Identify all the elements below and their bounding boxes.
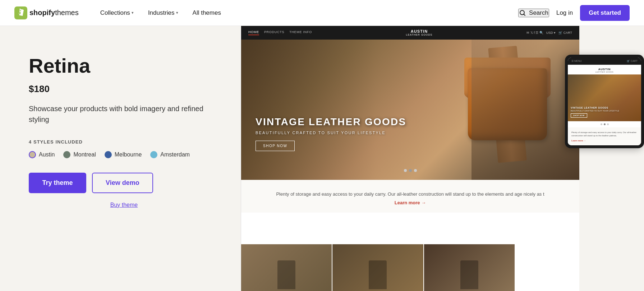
main-nav: shopifythemes Collections ▾ Industries ▾… <box>0 0 644 26</box>
mobile-menu-icon: ☰ MENU <box>571 60 582 63</box>
preview-learn-more[interactable]: Learn more → <box>256 200 565 205</box>
preview-social-icons: ✉ 𝕏 f ☰ 🔍 <box>526 31 543 35</box>
chevron-down-icon: ▾ <box>132 10 134 15</box>
mobile-learn-more[interactable]: Learn more → <box>571 140 638 142</box>
style-dot-austin <box>29 151 36 158</box>
get-started-button[interactable]: Get started <box>580 5 630 21</box>
preview-nav-icons: ✉ 𝕏 f ☰ 🔍 USD ▾ 🛒 CART <box>526 31 572 35</box>
dot-3 <box>414 169 417 172</box>
thumb-1 <box>241 244 332 291</box>
preview-brand: AUSTIN LEATHER GOODS <box>406 29 432 36</box>
mobile-screen: ☰ MENU 🛒 CART AUSTIN LEATHER GOODS VINTA… <box>568 58 641 145</box>
right-panel: HOME PRODUCTS THEME INFO AUSTIN LEATHER … <box>241 26 644 291</box>
style-amsterdam[interactable]: Amsterdam <box>150 151 190 158</box>
style-melbourne-label: Melbourne <box>115 151 142 158</box>
main-content: Retina $180 Showcase your products with … <box>0 26 644 291</box>
preview-nav-products: PRODUCTS <box>264 30 284 35</box>
nav-industries[interactable]: Industries ▾ <box>141 0 185 26</box>
thumb-person-1 <box>241 244 332 291</box>
style-austin[interactable]: Austin <box>29 151 55 158</box>
mobile-dot-2 <box>604 123 606 125</box>
preview-nav-links: HOME PRODUCTS THEME INFO <box>248 30 312 35</box>
preview-hero-sub: BEAUTIFULLY CRAFTED TO SUIT YOUR LIFESTY… <box>256 131 406 135</box>
mobile-hero: VINTAGE LEATHER GOODS BEAUTIFULLY CRAFTE… <box>568 74 641 121</box>
preview-container: HOME PRODUCTS THEME INFO AUSTIN LEATHER … <box>241 26 644 291</box>
theme-price: $180 <box>29 83 219 95</box>
thumb-figure-2 <box>369 260 387 289</box>
style-melbourne[interactable]: Melbourne <box>105 151 142 158</box>
style-dot-amsterdam <box>150 151 157 158</box>
theme-description: Showcase your products with bold imagery… <box>29 103 216 125</box>
preview-nav-themeinfo: THEME INFO <box>289 30 312 35</box>
style-austin-label: Austin <box>39 151 55 158</box>
thumb-figure-3 <box>460 260 478 289</box>
preview-nav-home: HOME <box>248 30 259 35</box>
preview-dots <box>404 169 417 172</box>
style-montreal-label: Montreal <box>73 151 96 158</box>
preview-thumbnails <box>241 244 515 291</box>
style-options: Austin Montreal Melbourne Amsterdam <box>29 151 219 158</box>
thumb-person-3 <box>424 244 515 291</box>
dot-2 <box>409 169 412 172</box>
thumb-2 <box>332 244 423 291</box>
preview-hero: VINTAGE LEATHER GOODS BEAUTIFULLY CRAFTE… <box>241 40 579 180</box>
search-button[interactable]: Search <box>518 9 549 17</box>
nav-collections[interactable]: Collections ▾ <box>93 0 141 26</box>
chevron-down-icon: ▾ <box>176 10 178 15</box>
thumb-3 <box>424 244 515 291</box>
buy-theme-link[interactable]: Buy theme <box>29 202 219 208</box>
styles-label: 4 STYLES INCLUDED <box>29 139 219 145</box>
dot-1 <box>404 169 407 172</box>
style-montreal[interactable]: Montreal <box>63 151 96 158</box>
action-buttons: Try theme View demo <box>29 173 219 193</box>
preview-usd: USD ▾ <box>546 31 556 35</box>
nav-right: Search Log in Get started <box>518 5 630 21</box>
try-theme-button[interactable]: Try theme <box>29 173 86 193</box>
preview-cart: 🛒 CART <box>558 31 572 35</box>
shopify-logo-icon <box>14 6 27 19</box>
nav-all-themes[interactable]: All themes <box>185 0 228 26</box>
preview-brand-sub: LEATHER GOODS <box>406 33 432 36</box>
style-amsterdam-label: Amsterdam <box>160 151 190 158</box>
mobile-shop-now[interactable]: SHOP NOW <box>571 113 587 118</box>
logo[interactable]: shopifythemes <box>14 6 79 19</box>
mobile-brand: AUSTIN LEATHER GOODS <box>568 65 641 74</box>
thumb-person-2 <box>332 244 423 291</box>
preview-nav: HOME PRODUCTS THEME INFO AUSTIN LEATHER … <box>241 26 579 40</box>
preview-hero-person <box>472 40 579 180</box>
mobile-hero-sub: BEAUTIFULLY CRAFTED TO SUIT YOUR LIFESTY… <box>571 110 619 112</box>
style-dot-montreal <box>63 151 70 158</box>
mobile-dots <box>568 123 641 125</box>
login-link[interactable]: Log in <box>556 9 573 17</box>
mobile-preview: ☰ MENU 🛒 CART AUSTIN LEATHER GOODS VINTA… <box>565 55 644 148</box>
nav-links: Collections ▾ Industries ▾ All themes <box>93 0 518 26</box>
view-demo-button[interactable]: View demo <box>92 173 153 193</box>
mobile-brand-sub: LEATHER GOODS <box>569 71 640 73</box>
preview-content: Plenty of storage and easy access to you… <box>241 180 579 213</box>
preview-hero-title: VINTAGE LEATHER GOODS <box>256 116 406 128</box>
mobile-hero-title: VINTAGE LEATHER GOODS <box>571 106 619 109</box>
preview-text-main: Plenty of storage and easy access to you… <box>256 191 565 198</box>
mobile-content-text: Plenty of storage and easy access to you… <box>571 131 638 137</box>
mobile-dot-1 <box>601 123 602 125</box>
mobile-dot-3 <box>607 123 609 125</box>
mobile-hero-text: VINTAGE LEATHER GOODS BEAUTIFULLY CRAFTE… <box>571 106 619 118</box>
desktop-preview: HOME PRODUCTS THEME INFO AUSTIN LEATHER … <box>241 26 579 291</box>
mobile-content: Plenty of storage and easy access to you… <box>568 127 641 145</box>
theme-title: Retina <box>29 55 219 77</box>
search-icon <box>519 9 526 17</box>
mobile-header: ☰ MENU 🛒 CART <box>568 58 641 65</box>
preview-shop-now[interactable]: SHOP NOW <box>256 141 295 151</box>
thumb-figure-1 <box>277 260 295 289</box>
mobile-cart-icon: 🛒 CART <box>627 60 638 63</box>
left-panel: Retina $180 Showcase your products with … <box>0 26 241 291</box>
preview-hero-text: VINTAGE LEATHER GOODS BEAUTIFULLY CRAFTE… <box>256 116 406 151</box>
logo-text: shopifythemes <box>29 9 79 17</box>
mobile-brand-name: AUSTIN <box>598 68 611 71</box>
preview-brand-name: AUSTIN <box>411 29 428 33</box>
style-dot-melbourne <box>105 151 112 158</box>
